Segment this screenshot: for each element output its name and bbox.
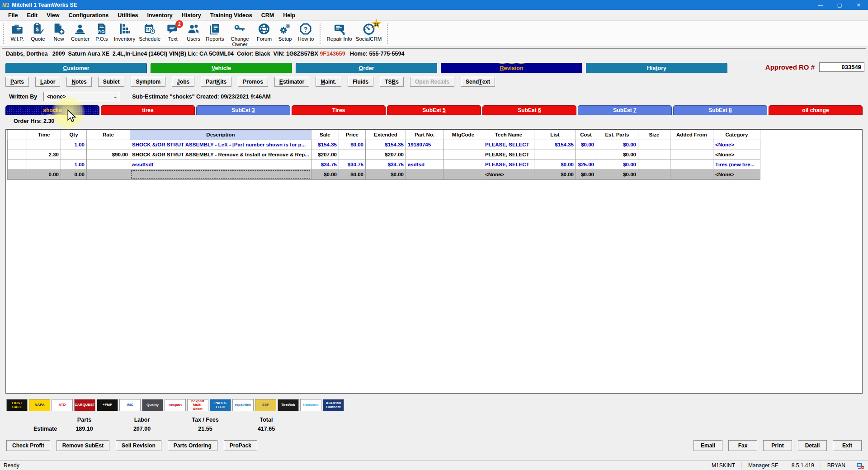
toolbar-button-setup[interactable]: Setup	[274, 23, 295, 47]
cell-time[interactable]: 0.00	[27, 169, 61, 179]
transend-logo[interactable]: transend	[300, 399, 321, 411]
ssf-logo[interactable]: SSF	[255, 399, 276, 411]
cell-time[interactable]	[27, 160, 61, 169]
grid-row[interactable]: 1.00SHOCK &/OR STRUT ASSEMBLY - Left - […	[8, 140, 760, 150]
cell-mfgcode[interactable]	[443, 169, 483, 179]
toolbar-button-forum[interactable]: Forum	[254, 23, 274, 47]
toolbar-button-text[interactable]: 2Text	[162, 23, 183, 47]
button-send-text[interactable]: Send Text	[461, 77, 495, 87]
column-header-time[interactable]: Time	[27, 130, 61, 140]
button-labor[interactable]: Labor	[35, 77, 60, 87]
subest-tab-tires[interactable]: Tires	[292, 105, 386, 115]
menu-inventory[interactable]: Inventory	[142, 11, 177, 20]
cell-est-parts[interactable]: $0.00	[596, 150, 638, 160]
toolbar-button-schedule[interactable]: Schedule	[137, 23, 162, 47]
cell-list[interactable]	[534, 150, 576, 160]
cell-part-no[interactable]	[406, 169, 443, 179]
button-estimator[interactable]: Estimator	[274, 77, 309, 87]
cell-qty[interactable]: 1.00	[61, 140, 87, 150]
tab-customer[interactable]: Customer	[5, 63, 147, 73]
subest-tab-subest-8[interactable]: SubEst 8	[673, 105, 767, 115]
cell-list[interactable]: $0.00	[534, 169, 576, 179]
subest-tab-subest-7[interactable]: SubEst 7	[578, 105, 672, 115]
nexpart-multi-seller-logo[interactable]: nexpart Multi-Seller	[187, 399, 208, 411]
cell-price[interactable]	[339, 150, 365, 160]
partstech-logo[interactable]: PARTS TECH	[210, 399, 231, 411]
cell-part-no[interactable]: 19180745	[406, 140, 443, 150]
menu-crm[interactable]: CRM	[257, 11, 278, 20]
cell-cost[interactable]: $0.00	[576, 169, 596, 179]
cell-tech-name[interactable]: <None>	[483, 169, 534, 179]
column-header-price[interactable]: Price	[339, 130, 365, 140]
column-header-part-no[interactable]: Part No.	[406, 130, 443, 140]
cell-qty[interactable]	[61, 150, 87, 160]
cell-est-parts[interactable]: $0.00	[596, 140, 638, 150]
nexpart-logo[interactable]: nexpart	[165, 399, 186, 411]
cell-size[interactable]	[638, 160, 670, 169]
toolbar-button-change-owner[interactable]: Change Owner	[226, 23, 254, 47]
tab-history[interactable]: History	[586, 63, 727, 73]
toolbar-button-counter[interactable]: Counter	[69, 23, 91, 47]
column-header-tech-name[interactable]: Tech Name	[483, 130, 534, 140]
toolbar-button-users[interactable]: Users	[183, 23, 204, 47]
button-check-profit[interactable]: Check Profit	[6, 440, 50, 451]
cell-rate[interactable]	[87, 160, 130, 169]
column-header-qty[interactable]: Qty	[61, 130, 87, 140]
cell-rate[interactable]: $90.00	[87, 150, 130, 160]
cell-extended[interactable]: $154.35	[365, 140, 406, 150]
cell-qty[interactable]: 1.00	[61, 160, 87, 169]
column-header-cost[interactable]: Cost	[576, 130, 596, 140]
toolbar-button-p-o-s[interactable]: P.O.P.O.s	[91, 23, 112, 47]
cell-row-selector[interactable]	[8, 169, 27, 179]
cell-mfgcode[interactable]	[443, 140, 483, 150]
cell-price[interactable]: $34.75	[339, 160, 365, 169]
button-fax[interactable]: Fax	[728, 440, 757, 451]
cell-part-no[interactable]	[406, 150, 443, 160]
cell-extended[interactable]: $0.00	[365, 169, 406, 179]
imc-logo[interactable]: IMC	[119, 399, 141, 411]
grid-row[interactable]: 0.000.00$0.00$0.00$0.00<None>$0.00$0.00$…	[8, 169, 760, 179]
cell-tech-name[interactable]: PLEASE, SELECT	[483, 160, 534, 169]
button-email[interactable]: Email	[693, 440, 722, 451]
fmp-logo[interactable]: +FMP	[97, 399, 118, 411]
grid-row[interactable]: 2.30$90.00SHOCK &/OR STRUT ASSEMBLY - Re…	[8, 150, 760, 160]
tab-vehicle[interactable]: Vehicle	[151, 63, 292, 73]
cell-sale[interactable]: $0.00	[311, 169, 339, 179]
quality-logo[interactable]: Quality	[142, 399, 163, 411]
menu-training-videos[interactable]: Training Videos	[206, 11, 257, 20]
cell-mfgcode[interactable]	[443, 150, 483, 160]
column-header-description[interactable]: Description	[130, 130, 311, 140]
button-sell-revision[interactable]: Sell Revision	[116, 440, 161, 451]
toolbar-button-w-i-p[interactable]: W.I.P.	[7, 23, 28, 47]
button-fluids[interactable]: Fluids	[348, 77, 373, 87]
cell-row-selector[interactable]	[8, 150, 27, 160]
column-header-list[interactable]: List	[534, 130, 576, 140]
subest-tab-subest-5[interactable]: SubEst 5	[387, 105, 481, 115]
cell-size[interactable]	[638, 140, 670, 150]
button-exit[interactable]: Exit	[833, 440, 862, 451]
menu-file[interactable]: File	[4, 11, 23, 20]
cell-cost[interactable]	[576, 150, 596, 160]
cell-mfgcode[interactable]	[443, 160, 483, 169]
menu-utilities[interactable]: Utilities	[113, 11, 142, 20]
written-by-dropdown[interactable]: <none> ⌄	[43, 92, 120, 101]
cell-extended[interactable]: $207.00	[365, 150, 406, 160]
column-header-extended[interactable]: Extended	[365, 130, 406, 140]
cell-row-selector[interactable]	[8, 160, 27, 169]
cell-tech-name[interactable]: PLEASE, SELECT	[483, 140, 534, 150]
cell-sale[interactable]: $34.75	[311, 160, 339, 169]
atd-logo[interactable]: ATD	[52, 399, 73, 411]
subest-tab-oil-change[interactable]: oil change	[769, 105, 863, 115]
cell-price[interactable]: $0.00	[339, 140, 365, 150]
button-remove-subest[interactable]: Remove SubEst	[57, 440, 109, 451]
cell-category[interactable]: <None>	[713, 140, 760, 150]
button-jobs[interactable]: Jobs	[172, 77, 194, 87]
cell-category[interactable]: <None>	[713, 169, 760, 179]
menu-help[interactable]: Help	[278, 11, 300, 20]
cell-list[interactable]: $0.00	[534, 160, 576, 169]
cell-size[interactable]	[638, 169, 670, 179]
cell-cost[interactable]: $0.00	[576, 140, 596, 150]
button-tsbs[interactable]: TSBs	[380, 77, 404, 87]
cell-rate[interactable]	[87, 140, 130, 150]
button-notes[interactable]: Notes	[66, 77, 91, 87]
